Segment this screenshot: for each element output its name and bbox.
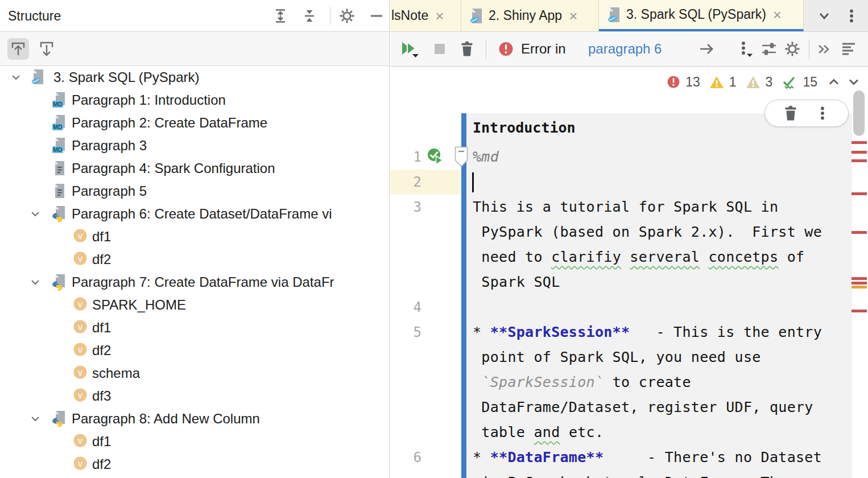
line-content: table and etc. bbox=[473, 420, 604, 445]
editor-line[interactable]: need to clarifiy serveral concetps of bbox=[390, 245, 868, 270]
tree-item[interactable]: MDParagraph 2: Create DataFrame bbox=[0, 112, 389, 134]
goto-paragraph-icon[interactable] bbox=[697, 40, 716, 58]
line-content: This is a tutorial for Spark SQL in bbox=[473, 195, 778, 220]
svg-text:v: v bbox=[78, 231, 82, 241]
editor-line[interactable]: 3This is a tutorial for Spark SQL in bbox=[390, 195, 868, 220]
editor-line[interactable]: Spark SQL bbox=[390, 270, 868, 295]
close-icon[interactable]: × bbox=[773, 7, 782, 22]
editor-line[interactable]: point of Spark SQL, you need use bbox=[390, 345, 868, 370]
line-number bbox=[390, 395, 421, 420]
editor-line[interactable]: 1%md bbox=[390, 145, 868, 170]
structure-lines-icon[interactable] bbox=[840, 40, 858, 58]
chevron-down-icon[interactable] bbox=[28, 275, 42, 289]
tree-item-label: Paragraph 1: Introduction bbox=[72, 92, 226, 108]
variable-icon: v bbox=[73, 433, 90, 450]
chevron-down-icon[interactable] bbox=[9, 71, 23, 84]
error-stripe-mark[interactable] bbox=[852, 286, 867, 289]
error-stripe-mark[interactable] bbox=[852, 231, 867, 234]
gear-icon[interactable] bbox=[784, 40, 801, 57]
inspections-widget[interactable]: 13 1 3 15 bbox=[667, 72, 861, 92]
editor-line[interactable]: 5* **SparkSession** - This is the entry bbox=[390, 320, 868, 345]
editor-line[interactable]: 6* **DataFrame** - There's no Dataset bbox=[390, 445, 868, 470]
tree-item[interactable]: vdf3 bbox=[0, 385, 389, 407]
delete-paragraph-icon[interactable] bbox=[782, 105, 799, 122]
hidden-actions-icon[interactable] bbox=[816, 40, 833, 57]
autoscroll-to-source-button[interactable] bbox=[7, 38, 29, 60]
tree-item-label: 3. Spark SQL (PySpark) bbox=[53, 69, 200, 85]
tree-item-label: Paragraph 4: Spark Configuration bbox=[72, 160, 275, 176]
tree-item[interactable]: Paragraph 8: Add New Column bbox=[0, 407, 389, 430]
zeppelin-note-icon bbox=[469, 8, 484, 24]
line-number bbox=[390, 270, 421, 295]
more-options-icon[interactable] bbox=[736, 40, 755, 58]
line-content: `SparkSession` to create bbox=[473, 370, 691, 395]
editor[interactable]: 13 1 3 15 Introduction 1%md23This is a t… bbox=[390, 67, 868, 478]
error-stripe-mark[interactable] bbox=[852, 282, 867, 285]
editor-line[interactable]: 4 bbox=[390, 295, 868, 320]
tree-item[interactable]: MDParagraph 1: Introduction bbox=[0, 89, 389, 112]
editor-line[interactable]: 2 bbox=[390, 170, 868, 195]
warning-count: 1 bbox=[729, 75, 737, 90]
tree-item[interactable]: vSPARK_HOME bbox=[0, 294, 389, 316]
paragraph-menu-icon[interactable] bbox=[814, 105, 831, 122]
status-text: Error in bbox=[521, 41, 566, 57]
delete-button[interactable] bbox=[458, 40, 476, 57]
error-stripe-mark[interactable] bbox=[852, 277, 867, 280]
structure-toolbar bbox=[0, 32, 389, 66]
chevron-down-icon[interactable] bbox=[28, 207, 42, 221]
tree-item[interactable]: Paragraph 4: Spark Configuration bbox=[0, 157, 389, 180]
kebab-menu-icon[interactable] bbox=[842, 7, 861, 25]
tab-shiny-app[interactable]: 2. Shiny App × bbox=[461, 0, 599, 31]
line-content: * **DataFrame** - There's no Dataset bbox=[473, 445, 822, 470]
tree-item[interactable]: vdf1 bbox=[0, 430, 389, 453]
hide-panel-icon[interactable] bbox=[367, 7, 386, 25]
tree-item[interactable]: Paragraph 6: Create Dataset/DataFrame vi bbox=[0, 203, 389, 225]
editor-line[interactable]: table and etc. bbox=[390, 420, 868, 445]
chevron-down-icon[interactable] bbox=[815, 7, 833, 25]
run-all-button[interactable] bbox=[399, 39, 420, 59]
chevron-down-icon[interactable] bbox=[28, 412, 42, 426]
tree-item[interactable]: vdf2 bbox=[0, 339, 389, 362]
paragraph-md-icon: MD bbox=[51, 114, 68, 131]
tree-item[interactable]: Paragraph 7: Create DataFrame via DataFr bbox=[0, 271, 389, 294]
tab-spark-sql-pyspark[interactable]: 3. Spark SQL (PySpark) × bbox=[599, 0, 804, 31]
paragraph-link[interactable]: paragraph 6 bbox=[588, 41, 662, 57]
expand-all-icon[interactable] bbox=[271, 7, 290, 25]
editor-line[interactable]: PySpark (based on Spark 2.x). First we bbox=[390, 220, 868, 245]
tree-item-label: df1 bbox=[92, 320, 111, 336]
next-issue-icon[interactable] bbox=[846, 75, 861, 89]
run-paragraph-icon[interactable] bbox=[427, 147, 446, 166]
error-stripe-mark[interactable] bbox=[852, 151, 867, 154]
tree-item-label: Paragraph 8: Add New Column bbox=[72, 411, 260, 427]
close-icon[interactable]: × bbox=[435, 9, 444, 23]
tree-item[interactable]: Paragraph 5 bbox=[0, 180, 389, 203]
error-stripe-mark[interactable] bbox=[852, 192, 867, 195]
tree-item[interactable]: vdf2 bbox=[0, 248, 389, 271]
previous-issue-icon[interactable] bbox=[826, 75, 841, 89]
paragraph-python-icon bbox=[51, 205, 68, 222]
tree-item[interactable]: MDParagraph 3 bbox=[0, 134, 389, 157]
tab-lsnote[interactable]: lsNote × bbox=[390, 0, 461, 31]
close-icon[interactable]: × bbox=[569, 9, 577, 23]
tree-item[interactable]: vdf2 bbox=[0, 453, 389, 476]
tree-item[interactable]: vschema bbox=[0, 362, 389, 385]
svg-text:v: v bbox=[78, 368, 82, 377]
editor-line[interactable]: `SparkSession` to create bbox=[390, 370, 868, 395]
fold-marker-icon[interactable] bbox=[454, 146, 469, 168]
error-stripe-mark[interactable] bbox=[852, 141, 867, 144]
error-stripe-mark[interactable] bbox=[852, 159, 867, 162]
collapse-all-icon[interactable] bbox=[300, 7, 319, 25]
error-stripe-mark[interactable] bbox=[852, 310, 867, 312]
tree-item[interactable]: vdf1 bbox=[0, 316, 389, 339]
tree-item[interactable]: 3. Spark SQL (PySpark) bbox=[0, 66, 389, 89]
tree-item[interactable]: vdf1 bbox=[0, 225, 389, 248]
paragraph-md-icon: MD bbox=[51, 92, 68, 109]
view-options-icon[interactable] bbox=[760, 40, 778, 58]
stop-button[interactable] bbox=[431, 40, 448, 57]
gear-icon[interactable] bbox=[338, 7, 356, 25]
scrollbar-thumb[interactable] bbox=[853, 90, 865, 136]
editor-line[interactable]: DataFrame/Dataset, register UDF, query bbox=[390, 395, 868, 420]
tree-item-label: df1 bbox=[92, 229, 111, 245]
autoscroll-from-source-button[interactable] bbox=[36, 38, 57, 60]
editor-line[interactable]: in PySpark, but only DataFrame. The bbox=[390, 470, 868, 478]
